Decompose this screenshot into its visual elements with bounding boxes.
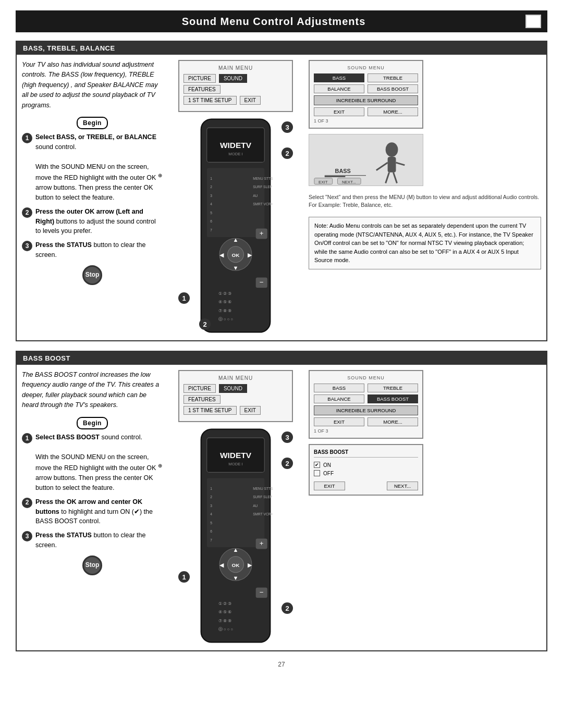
checkbox-on[interactable]: ✔ — [314, 462, 320, 468]
step3-item: 3 Press the STATUS button to clear the s… — [22, 240, 163, 260]
menu-btn-setup-2[interactable]: 1 ST TIME SETUP — [183, 406, 237, 415]
svg-text:① ② ③: ① ② ③ — [218, 291, 231, 296]
svg-text:▶: ▶ — [248, 562, 252, 568]
svg-text:OK: OK — [232, 252, 240, 258]
svg-text:⑦ ⑧ ⑨: ⑦ ⑧ ⑨ — [218, 619, 231, 623]
section-bass-boost: Bass Boost The BASS BOOST control increa… — [16, 351, 547, 651]
svg-text:3: 3 — [210, 194, 212, 198]
svg-text:BASS: BASS — [335, 168, 351, 174]
section2-step1-text: Select BASS BOOST sound control. With th… — [35, 433, 163, 493]
smenu-treble-1[interactable]: TREBLE — [368, 73, 418, 82]
svg-text:SURF SLEP: SURF SLEP — [253, 495, 272, 499]
sound-menu-title-1: SOUND MENU — [314, 65, 418, 70]
section1-right-col: SOUND MENU BASS TREBLE BALANCE BASS BOOS… — [309, 60, 541, 335]
smenu-incredible-1[interactable]: INCREDIBLE SURROUND — [314, 95, 418, 105]
svg-point-32 — [386, 142, 398, 157]
bass-boost-exit-btn[interactable]: EXIT — [314, 482, 345, 490]
main-menu-title-1: MAIN MENU — [183, 65, 288, 71]
sound-menu-screen-1: SOUND MENU BASS TREBLE BALANCE BASS BOOS… — [309, 60, 423, 129]
smenu2-bassboost[interactable]: BASS BOOST — [368, 394, 418, 403]
svg-text:▼: ▼ — [233, 265, 239, 271]
smenu2-bass[interactable]: BASS — [314, 384, 364, 392]
svg-text:NEXT...: NEXT... — [342, 180, 356, 184]
menu-btn-sound-2[interactable]: SOUND — [219, 384, 247, 393]
svg-text:SMRT VCR+: SMRT VCR+ — [253, 512, 273, 516]
section2-text-col: The BASS BOOST control increases the low… — [22, 370, 163, 645]
main-menu-screen-2: MAIN MENU PICTURE SOUND FEATURES 1 ST TI… — [178, 370, 293, 422]
menu-btn-exit-1[interactable]: EXIT — [240, 96, 261, 105]
smenu2-page: 1 OF 3 — [314, 428, 328, 434]
svg-text:−: − — [260, 588, 264, 596]
remote-svg-1: WIDETV MODE I 1 2 3 4 5 6 7 MENU STTS — [173, 116, 298, 335]
smenu2-treble[interactable]: TREBLE — [368, 384, 418, 392]
svg-text:4: 4 — [210, 202, 212, 206]
smenu-exit-1[interactable]: EXIT — [314, 107, 364, 116]
smenu2-balance[interactable]: BALANCE — [314, 394, 364, 403]
svg-text:1: 1 — [210, 487, 212, 490]
svg-text:2: 2 — [210, 185, 212, 189]
stop-circle-2: Stop — [82, 556, 102, 575]
main-menu-title-2: MAIN MENU — [183, 375, 288, 381]
bass-boost-onoff-screen: BASS BOOST ✔ ON OFF EXIT NEXT... — [309, 444, 423, 496]
menu-btn-exit-2[interactable]: EXIT — [240, 406, 261, 415]
menu-btn-features-1[interactable]: FEATURES — [183, 85, 221, 94]
svg-text:MODE I: MODE I — [228, 152, 242, 156]
section2-intro: The BASS BOOST control increases the low… — [22, 370, 163, 411]
step3-num: 3 — [22, 241, 32, 251]
title-corner-box — [525, 15, 541, 28]
svg-text:MENU STTS: MENU STTS — [253, 487, 273, 490]
svg-text:MENU STTS: MENU STTS — [253, 177, 273, 180]
menu-btn-picture-1[interactable]: PICTURE — [183, 74, 216, 83]
smenu2-incredible[interactable]: INCREDIBLE SURROUND — [314, 405, 418, 415]
svg-text:⓪ ○ ○ ○: ⓪ ○ ○ ○ — [218, 317, 233, 322]
menu-btn-sound-1[interactable]: SOUND — [219, 74, 247, 83]
svg-text:① ② ③: ① ② ③ — [218, 601, 231, 606]
section1-intro: Your TV also has individual sound adjust… — [22, 60, 163, 110]
svg-text:MODE I: MODE I — [228, 462, 242, 466]
checkbox-off[interactable] — [314, 470, 320, 476]
on-label: ON — [323, 462, 331, 468]
svg-text:④ ⑤ ⑥: ④ ⑤ ⑥ — [218, 300, 231, 304]
section2-step2-text: Press the OK arrow and center OK buttons… — [35, 497, 163, 526]
svg-text:⑦ ⑧ ⑨: ⑦ ⑧ ⑨ — [218, 309, 231, 313]
section2-middle-col: MAIN MENU PICTURE SOUND FEATURES 1 ST TI… — [168, 370, 303, 645]
smenu2-exit[interactable]: EXIT — [314, 417, 364, 426]
music-image-1: BASS EXIT NEXT... — [309, 134, 423, 186]
step2-text: Press the outer OK arrow (Left and Right… — [35, 207, 163, 236]
page-number: 27 — [16, 661, 547, 668]
svg-text:3: 3 — [210, 504, 212, 508]
svg-text:WIDETV: WIDETV — [220, 141, 252, 150]
smenu-page-1: 1 OF 3 — [314, 118, 328, 124]
menu-btn-features-2[interactable]: FEATURES — [183, 395, 221, 404]
stop-circle-1: Stop — [82, 265, 102, 285]
remote2-step3-overlay: 3 — [282, 431, 293, 443]
menu-btn-picture-2[interactable]: PICTURE — [183, 384, 216, 393]
svg-text:6: 6 — [210, 529, 212, 533]
smenu-bass-1[interactable]: BASS — [314, 73, 364, 82]
bass-boost-next-btn[interactable]: NEXT... — [387, 482, 418, 490]
svg-text:⓪ ○ ○ ○: ⓪ ○ ○ ○ — [218, 627, 233, 632]
svg-text:4: 4 — [210, 512, 212, 516]
svg-text:5: 5 — [210, 211, 212, 215]
remote-step3-overlay: 3 — [282, 121, 293, 133]
off-label: OFF — [323, 471, 334, 476]
remote-2: 3 2 1 2 WIDETV MODE I 1 2 3 4 5 — [173, 426, 298, 645]
page-title-bar: Sound Menu Control Adjustments — [16, 10, 547, 32]
step2-item: 2 Press the outer OK arrow (Left and Rig… — [22, 207, 163, 236]
section2-step2-num: 2 — [22, 498, 32, 508]
remote-1: 3 2 1 2 WIDETV MODE I — [173, 116, 298, 335]
smenu-more-1[interactable]: MORE... — [368, 107, 418, 116]
step1-item: 1 Select BASS, or TREBLE, or BALANCE sou… — [22, 132, 163, 202]
section2-step3-item: 3 Press the STATUS button to clear the s… — [22, 530, 163, 550]
svg-text:AU: AU — [253, 504, 258, 508]
remote-svg-2: WIDETV MODE I 1 2 3 4 5 6 7 MENU STTS SU… — [173, 426, 298, 645]
section2-step1-num: 1 — [22, 433, 32, 443]
smenu-balance-1[interactable]: BALANCE — [314, 84, 364, 93]
section2-step3-num: 3 — [22, 531, 32, 541]
smenu-bassboost-1[interactable]: BASS BOOST — [368, 84, 418, 93]
smenu2-more[interactable]: MORE... — [368, 417, 418, 426]
menu-btn-setup-1[interactable]: 1 ST TIME SETUP — [183, 96, 237, 105]
sound-menu-title-2: SOUND MENU — [314, 375, 418, 380]
main-menu-screen-1: MAIN MENU PICTURE SOUND FEATURES 1 ST TI… — [178, 60, 293, 112]
svg-text:5: 5 — [210, 521, 212, 525]
